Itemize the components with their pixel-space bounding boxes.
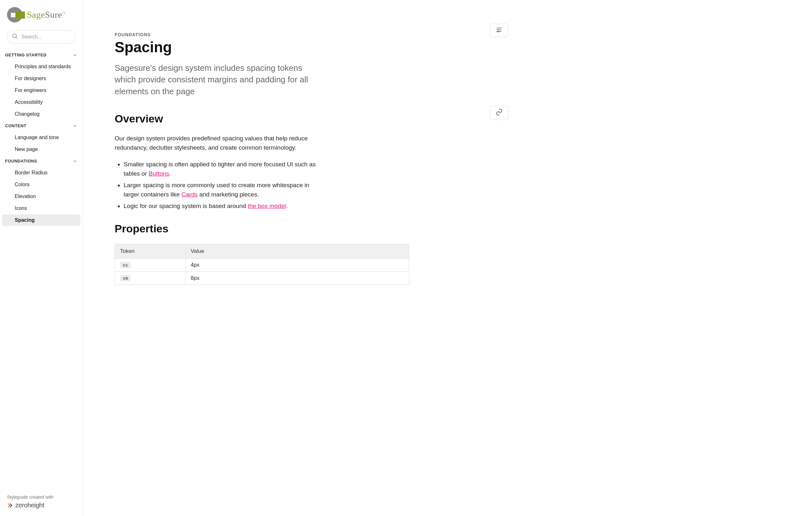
zeroheight-link[interactable]: zeroheight	[7, 501, 75, 509]
nav-item-for-engineers[interactable]: For engineers	[2, 85, 80, 96]
bullet-3: Logic for our spacing system is based ar…	[124, 201, 320, 211]
overview-heading: Overview	[115, 112, 499, 125]
chevron-down-icon	[73, 53, 77, 57]
svg-line-1	[16, 37, 18, 39]
nav-item-new-page[interactable]: New page	[2, 143, 80, 155]
anchor-link-button[interactable]	[490, 106, 509, 120]
properties-heading: Properties	[115, 222, 499, 235]
overview-body: Our design system provides predefined sp…	[115, 134, 313, 152]
main-content: FOUNDATIONS Spacing Sagesure's design sy…	[83, 0, 531, 516]
overview-bullets: Smaller spacing is often applied to tigh…	[115, 160, 320, 211]
sidebar-footer: Styleguide created with zeroheight	[0, 489, 82, 516]
table-row: xs 4px	[115, 258, 409, 271]
nav-item-accessibility[interactable]: Accessibility	[2, 97, 80, 108]
logo-text: SageSure™	[27, 9, 65, 20]
nav-section-content[interactable]: CONTENT	[0, 120, 82, 131]
svg-point-0	[13, 34, 17, 38]
nav-section-getting-started[interactable]: GETTING STARTED	[0, 49, 82, 60]
logo-mark-icon	[7, 7, 25, 22]
search-input[interactable]	[22, 34, 70, 40]
page-subtitle: Sagesure's design system includes spacin…	[115, 62, 313, 97]
buttons-link[interactable]: Buttons	[149, 170, 169, 177]
cards-link[interactable]: Cards	[181, 191, 198, 198]
page-title: Spacing	[115, 38, 499, 56]
box-model-link[interactable]: the box model	[248, 202, 286, 209]
nav-section-title: FOUNDATIONS	[5, 159, 37, 163]
nav-item-elevation[interactable]: Elevation	[2, 191, 80, 202]
token-chip: xs	[120, 262, 130, 268]
token-chip: sm	[120, 275, 130, 281]
nav-item-colors[interactable]: Colors	[2, 179, 80, 190]
nav-section-foundations[interactable]: FOUNDATIONS	[0, 156, 82, 167]
table-header-row: Token Value	[115, 244, 409, 258]
nav-item-border-radius[interactable]: Border Radius	[2, 167, 80, 179]
token-value: 4px	[185, 258, 409, 271]
col-token: Token	[115, 244, 186, 258]
logo[interactable]: SageSure™	[0, 7, 82, 27]
nav-section-title: CONTENT	[5, 124, 26, 128]
zeroheight-text: zeroheight	[16, 501, 44, 509]
table-row: sm 8px	[115, 271, 409, 284]
zeroheight-icon	[7, 503, 13, 508]
search-box[interactable]	[7, 30, 75, 44]
nav-section-title: GETTING STARTED	[5, 53, 47, 57]
search-icon	[12, 33, 18, 41]
link-icon	[496, 109, 503, 117]
nav-item-language-tone[interactable]: Language and tone	[2, 132, 80, 143]
col-value: Value	[185, 244, 409, 258]
toc-button[interactable]	[490, 24, 509, 37]
chevron-down-icon	[73, 159, 77, 163]
nav-item-spacing[interactable]: Spacing	[2, 214, 80, 226]
chevron-down-icon	[73, 124, 77, 128]
bullet-2: Larger spacing is more commonly used to …	[124, 181, 320, 199]
token-value: 8px	[185, 271, 409, 284]
nav: GETTING STARTED Principles and standards…	[0, 49, 82, 489]
toc-icon	[496, 27, 502, 34]
nav-item-for-designers[interactable]: For designers	[2, 73, 80, 84]
nav-item-icons[interactable]: Icons	[2, 202, 80, 214]
properties-table: Token Value xs 4px sm 8px	[115, 244, 409, 285]
footer-label: Styleguide created with	[7, 494, 75, 500]
sidebar: SageSure™ GETTING STARTED Principles and…	[0, 0, 83, 516]
eyebrow: FOUNDATIONS	[115, 32, 499, 37]
bullet-1: Smaller spacing is often applied to tigh…	[124, 160, 320, 178]
nav-item-principles[interactable]: Principles and standards	[2, 61, 80, 73]
nav-item-changelog[interactable]: Changelog	[2, 108, 80, 120]
